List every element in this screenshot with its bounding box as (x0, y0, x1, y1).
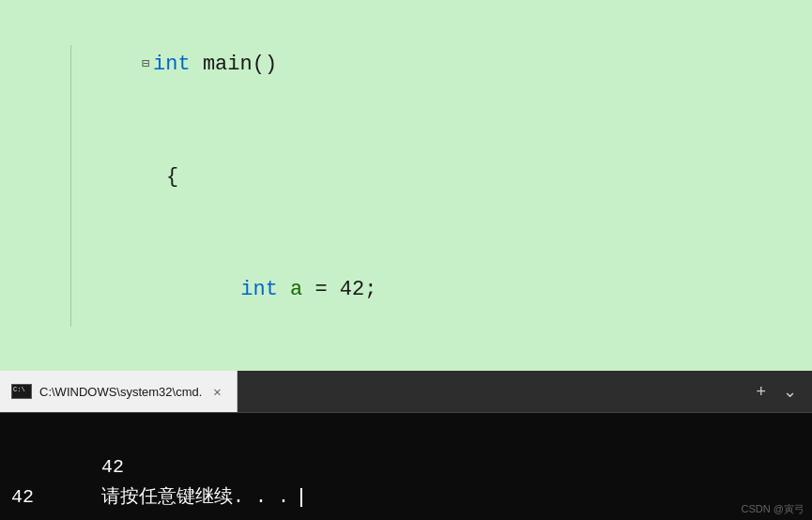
fn-main: main (203, 53, 253, 76)
terminal-tab-title: C:\WINDOWS\system32\cmd. (39, 385, 202, 399)
kw-int-main: int (153, 53, 191, 76)
code-line-2: { (42, 121, 803, 234)
code-editor: ⊟int main() { int a = 42; printf("%10d",… (0, 0, 812, 371)
var-a: a (290, 278, 302, 301)
code-line-3: int a = 42; (42, 234, 803, 346)
csdn-watermark: CSDN @寅弓 (742, 502, 804, 516)
terminal-output-line-1: 42 (11, 452, 801, 482)
brace-open: { (166, 165, 178, 189)
terminal-output-area: 42 42 请按任意键继续. . . CSDN @寅弓 (0, 413, 812, 520)
terminal-tab-close[interactable]: ✕ (209, 382, 224, 402)
terminal-output-line-2: 42 请按任意键继续. . . (11, 482, 801, 512)
cmd-icon (11, 384, 32, 399)
kw-int: int (240, 278, 278, 301)
terminal-tabs-bar: C:\WINDOWS\system32\cmd. ✕ + ⌄ (0, 371, 812, 413)
new-terminal-button[interactable]: + (748, 378, 774, 405)
terminal-dropdown-button[interactable]: ⌄ (775, 377, 804, 405)
terminal-tab-cmd[interactable]: C:\WINDOWS\system32\cmd. ✕ (0, 371, 237, 412)
code-lines: ⊟int main() { int a = 42; printf("%10d",… (33, 0, 812, 371)
collapse-minus[interactable]: ⊟ (142, 56, 149, 71)
code-line-1: ⊟int main() (42, 8, 803, 121)
terminal-tab-actions: + ⌄ (741, 371, 812, 412)
terminal-cursor (300, 488, 302, 507)
code-line-4: printf("%10d",a); (42, 346, 803, 371)
